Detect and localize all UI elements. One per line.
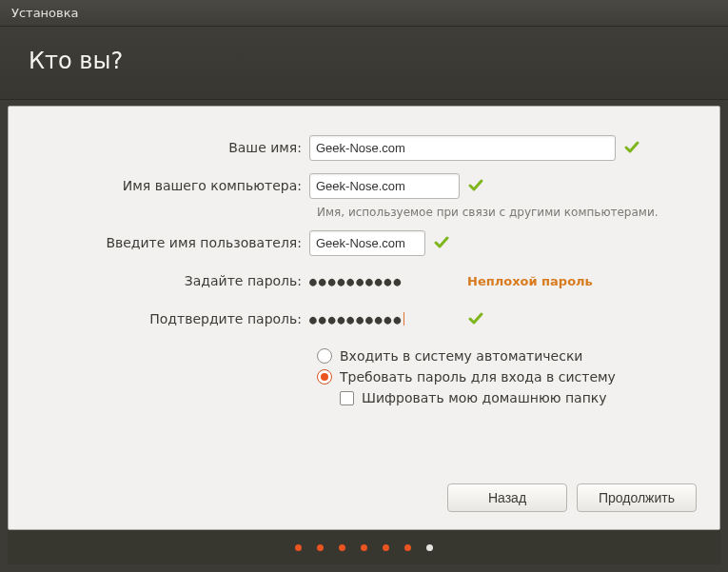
radio-label: Входить в систему автоматически [340,348,582,364]
confirm-input[interactable]: ●●●●●●●●●● [309,312,460,326]
radio-auto-login[interactable]: Входить в систему автоматически [317,348,697,364]
radio-require-password[interactable]: Требовать пароль для входа в систему [317,369,697,385]
button-row: Назад Продолжить [31,470,697,512]
computer-hint: Имя, используемое при связи с другими ко… [317,206,697,219]
radio-icon [317,348,332,364]
password-input[interactable]: ●●●●●●●●●● [309,274,460,288]
name-input[interactable] [309,135,616,161]
window-title: Установка [11,6,79,20]
installer-window: Установка Кто вы? Ваше имя: Имя вашего к… [0,0,728,572]
checkbox-label: Шифровать мою домашнюю папку [362,390,607,405]
page-title: Кто вы? [29,48,123,74]
pager-dot [339,544,345,551]
step-pager [8,530,720,564]
password-label: Задайте пароль: [31,273,309,288]
check-icon [623,139,640,156]
pager-dot [317,544,324,551]
back-button[interactable]: Назад [447,483,567,512]
checkbox-icon [340,391,354,405]
check-icon [467,310,484,327]
pager-dot-current [426,544,433,551]
content-wrap: Ваше имя: Имя вашего компьютера: Имя, ис… [0,100,728,572]
checkbox-encrypt-home[interactable]: Шифровать мою домашнюю папку [340,390,697,405]
password-strength: Неплохой пароль [467,274,593,288]
pager-dot [383,544,389,551]
confirm-label: Подтвердите пароль: [31,311,309,326]
radio-icon [317,369,332,385]
page-header: Кто вы? [0,27,728,100]
check-icon [433,234,450,251]
computer-input[interactable] [309,173,460,199]
radio-label: Требовать пароль для входа в систему [340,369,616,385]
name-label: Ваше имя: [31,140,309,155]
computer-label: Имя вашего компьютера: [31,178,309,193]
continue-button[interactable]: Продолжить [577,483,697,512]
pager-dot [295,544,302,551]
check-icon [467,177,484,194]
text-cursor [403,312,404,325]
titlebar: Установка [0,0,728,27]
form-panel: Ваше имя: Имя вашего компьютера: Имя, ис… [8,106,720,530]
username-label: Введите имя пользователя: [31,235,309,250]
username-input[interactable] [309,230,425,256]
pager-dot [404,544,411,551]
pager-dot [361,544,367,551]
user-form: Ваше имя: Имя вашего компьютера: Имя, ис… [31,133,697,470]
